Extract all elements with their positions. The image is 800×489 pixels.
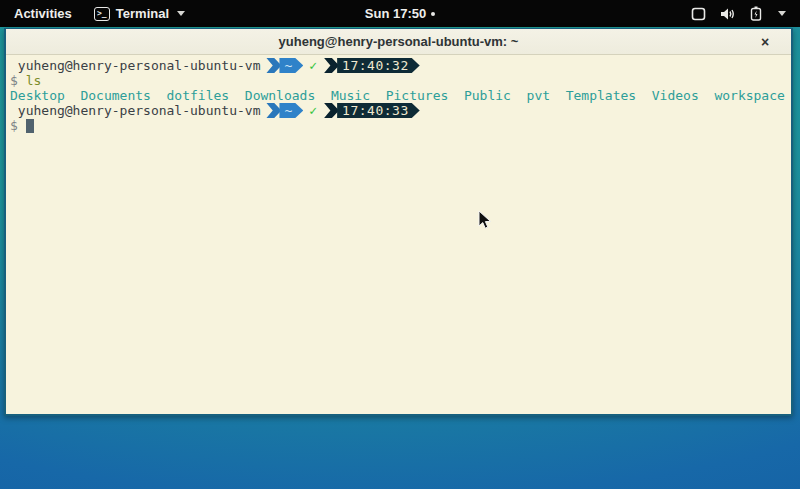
prompt-line-2: yuheng@henry-personal-ubuntu-vm ~ ✓ 17:4… — [10, 103, 787, 118]
window-titlebar[interactable]: yuheng@henry-personal-ubuntu-vm: ~ × — [6, 29, 791, 55]
app-menu[interactable]: >_ Terminal — [94, 6, 185, 21]
notification-dot-icon — [431, 12, 435, 16]
prompt-user-host: yuheng@henry-personal-ubuntu-vm — [10, 58, 260, 73]
powerline-chevron-icon — [266, 58, 281, 73]
command-line: $ ls — [10, 73, 787, 88]
prompt-dollar: $ — [10, 118, 26, 133]
system-menu-chevron-icon — [778, 11, 786, 16]
status-check-icon: ✓ — [309, 103, 317, 118]
terminal-content[interactable]: yuheng@henry-personal-ubuntu-vm ~ ✓ 17:4… — [6, 55, 791, 414]
system-status-area[interactable] — [691, 6, 800, 21]
powerline-chevron-icon — [266, 103, 281, 118]
close-button[interactable]: × — [755, 29, 775, 55]
text-cursor — [26, 119, 34, 133]
powerline-chevron-icon — [324, 103, 339, 118]
status-check-icon: ✓ — [309, 58, 317, 73]
clock-label: Sun 17:50 — [365, 6, 426, 21]
prompt-path-segment: ~ — [279, 103, 303, 118]
prompt-path-segment: ~ — [279, 58, 303, 73]
volume-icon — [720, 7, 736, 21]
prompt-dollar: $ — [10, 73, 26, 88]
prompt-user-host: yuheng@henry-personal-ubuntu-vm — [10, 103, 260, 118]
prompt-time-segment: 17:40:33 — [337, 103, 420, 118]
screen-icon — [691, 7, 706, 21]
prompt-time-segment: 17:40:32 — [337, 58, 420, 73]
prompt-line-1: yuheng@henry-personal-ubuntu-vm ~ ✓ 17:4… — [10, 58, 787, 73]
activities-button[interactable]: Activities — [10, 2, 76, 25]
powerline-chevron-icon — [324, 58, 339, 73]
input-line[interactable]: $ — [10, 118, 787, 133]
terminal-icon: >_ — [94, 7, 110, 21]
chevron-down-icon — [177, 11, 185, 16]
window-title: yuheng@henry-personal-ubuntu-vm: ~ — [6, 34, 791, 49]
app-menu-label: Terminal — [116, 6, 169, 21]
terminal-window: yuheng@henry-personal-ubuntu-vm: ~ × yuh… — [4, 28, 793, 416]
ls-output: Desktop Documents dotfiles Downloads Mus… — [10, 88, 787, 103]
battery-charging-icon — [750, 6, 762, 21]
typed-command: ls — [26, 73, 42, 88]
top-bar: Activities >_ Terminal Sun 17:50 — [0, 0, 800, 27]
